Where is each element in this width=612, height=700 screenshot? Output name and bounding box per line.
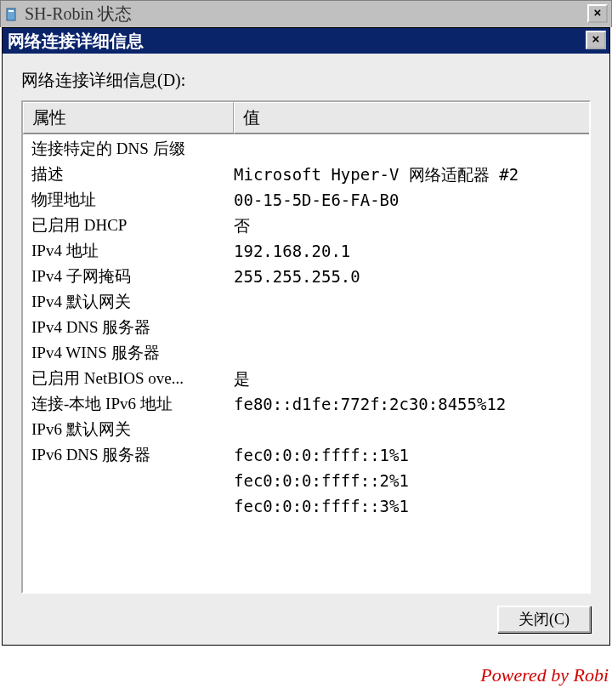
dialog-close-button[interactable]: × [586,31,606,49]
property-cell: 连接特定的 DNS 后缀 [31,136,234,162]
list-row[interactable]: IPv4 地址192.168.20.1 [23,238,589,264]
property-cell: IPv4 地址 [31,238,234,264]
value-cell: Microsoft Hyper-V 网络适配器 #2 [234,162,581,187]
value-cell: 是 [234,366,581,391]
list-row[interactable]: 连接-本地 IPv6 地址fe80::d1fe:772f:2c30:8455%1… [23,391,589,417]
property-cell: IPv6 DNS 服务器 [31,442,234,468]
list-row[interactable]: IPv4 WINS 服务器 [23,340,589,366]
dialog-button-row: 关闭(C) [21,606,591,633]
list-row[interactable]: 已启用 NetBIOS ove...是 [23,366,589,391]
property-cell: IPv4 DNS 服务器 [31,315,234,340]
network-details-dialog: 网络连接详细信息 × 网络连接详细信息(D): 属性 值 连接特定的 DNS 后… [2,27,610,646]
list-row[interactable]: IPv6 DNS 服务器fec0:0:0:ffff::1%1 [23,442,589,468]
property-cell: 描述 [31,162,234,187]
column-header-value[interactable]: 值 [234,102,589,134]
property-cell: IPv4 子网掩码 [31,264,234,289]
value-cell: 255.255.255.0 [234,264,581,289]
list-row[interactable]: IPv6 默认网关 [23,417,589,442]
list-row[interactable]: 描述Microsoft Hyper-V 网络适配器 #2 [23,162,589,187]
list-row[interactable]: IPv4 DNS 服务器 [23,315,589,340]
column-header-property[interactable]: 属性 [23,102,234,134]
details-label: 网络连接详细信息(D): [21,69,591,92]
dialog-body: 网络连接详细信息(D): 属性 值 连接特定的 DNS 后缀描述Microsof… [3,54,609,645]
value-cell [234,340,581,366]
property-cell: 已启用 NetBIOS ove... [31,366,234,391]
list-row[interactable]: fec0:0:0:ffff::2%1 [23,468,589,493]
value-cell: 192.168.20.1 [234,238,581,264]
value-cell [234,417,581,442]
listview-body: 连接特定的 DNS 后缀描述Microsoft Hyper-V 网络适配器 #2… [23,134,589,521]
property-cell: 连接-本地 IPv6 地址 [31,391,234,417]
value-cell: 否 [234,213,581,238]
list-row[interactable]: 物理地址00-15-5D-E6-FA-B0 [23,187,589,213]
list-row[interactable]: 已启用 DHCP否 [23,213,589,238]
parent-close-button[interactable]: × [587,4,608,23]
property-cell: IPv4 默认网关 [31,289,234,315]
value-cell: 00-15-5D-E6-FA-B0 [234,187,581,213]
dialog-title: 网络连接详细信息 [8,30,144,53]
watermark-text: Powered by Robi [480,664,609,686]
value-cell [234,136,581,162]
parent-window-title: SH-Robin 状态 [25,3,132,26]
property-cell [31,468,234,493]
details-listview[interactable]: 属性 值 连接特定的 DNS 后缀描述Microsoft Hyper-V 网络适… [21,100,591,594]
list-row[interactable]: 连接特定的 DNS 后缀 [23,136,589,162]
value-cell: fec0:0:0:ffff::3%1 [234,493,581,519]
value-cell [234,289,581,315]
close-button[interactable]: 关闭(C) [497,606,591,633]
property-cell: IPv6 默认网关 [31,417,234,442]
parent-window-titlebar: SH-Robin 状态 × [0,0,612,27]
value-cell: fec0:0:0:ffff::2%1 [234,468,581,493]
property-cell: 已启用 DHCP [31,213,234,238]
property-cell: IPv4 WINS 服务器 [31,340,234,366]
property-cell: 物理地址 [31,187,234,213]
value-cell: fe80::d1fe:772f:2c30:8455%12 [234,391,581,417]
list-row[interactable]: IPv4 默认网关 [23,289,589,315]
value-cell [234,315,581,340]
property-cell [31,493,234,519]
app-icon [4,7,20,22]
value-cell: fec0:0:0:ffff::1%1 [234,442,581,468]
svg-rect-1 [8,10,14,12]
list-row[interactable]: fec0:0:0:ffff::3%1 [23,493,589,519]
listview-header: 属性 值 [23,102,589,134]
dialog-titlebar: 网络连接详细信息 × [3,28,609,54]
list-row[interactable]: IPv4 子网掩码255.255.255.0 [23,264,589,289]
